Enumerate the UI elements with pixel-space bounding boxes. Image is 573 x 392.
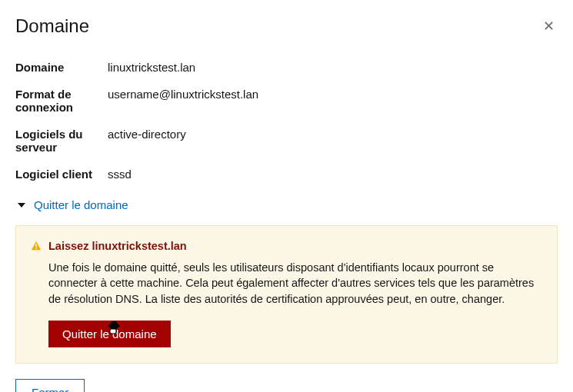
leave-domain-button[interactable]: Quitter le domaine: [48, 321, 171, 347]
row-domain: Domaine linuxtrickstest.lan: [15, 54, 558, 81]
svg-rect-1: [35, 248, 36, 249]
server-value: active-directory: [108, 128, 186, 154]
domain-label: Domaine: [15, 61, 108, 74]
client-value: sssd: [108, 168, 132, 181]
row-client-software: Logiciel client sssd: [15, 161, 558, 188]
expand-label: Quitter le domaine: [34, 198, 128, 211]
warning-title: Laissez linuxtrickstest.lan: [48, 240, 187, 252]
chevron-down-icon: [15, 199, 28, 211]
svg-rect-0: [35, 244, 36, 247]
expand-leave-domain[interactable]: Quitter le domaine: [15, 198, 558, 211]
warning-text: Une fois le domaine quitté, seuls les ut…: [48, 260, 543, 307]
row-login-format: Format de connexion username@linuxtricks…: [15, 81, 558, 121]
close-button[interactable]: Fermer: [15, 379, 85, 392]
close-icon[interactable]: ✕: [540, 16, 558, 36]
domain-value: linuxtrickstest.lan: [108, 61, 195, 74]
format-value: username@linuxtrickstest.lan: [108, 88, 258, 114]
dialog-title: Domaine: [15, 15, 89, 37]
warning-box: Laissez linuxtrickstest.lan Une fois le …: [15, 225, 558, 364]
client-label: Logiciel client: [15, 168, 108, 181]
format-label: Format de connexion: [15, 88, 108, 114]
row-server-software: Logiciels du serveur active-directory: [15, 121, 558, 161]
server-label: Logiciels du serveur: [15, 128, 108, 154]
warning-triangle-icon: [30, 240, 42, 252]
